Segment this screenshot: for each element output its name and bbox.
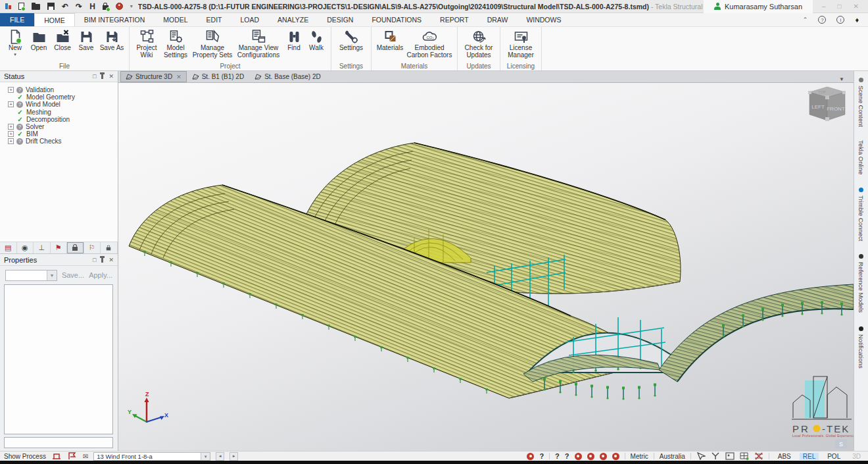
open-button[interactable]: Open	[27, 28, 51, 53]
walk-button[interactable]: Walk	[305, 28, 327, 53]
pin-icon[interactable]	[101, 74, 103, 79]
materials-button[interactable]: Materials	[375, 28, 405, 53]
embodied-carbon-factors-button[interactable]: CO₂ Embodied Carbon Factors	[405, 28, 454, 59]
status-question-icon[interactable]: ?	[539, 452, 544, 460]
new-icon[interactable]	[18, 3, 24, 10]
close-button[interactable]: Close	[51, 28, 74, 53]
expand-icon[interactable]: +	[8, 131, 14, 137]
collapse-ribbon-icon[interactable]: ⌃	[803, 16, 808, 23]
status-question-icon[interactable]: ?	[565, 452, 569, 460]
manage-view-configurations-button[interactable]: Manage View Configurations	[234, 28, 283, 59]
sidebar-tab-reference-models[interactable]: Reference Models	[857, 254, 865, 313]
lock-icon[interactable]	[67, 242, 84, 253]
float-panel-icon[interactable]: □	[93, 73, 96, 80]
check-for-updates-button[interactable]: Check for Updates	[461, 28, 496, 59]
sidebar-tab-trimble-connect[interactable]: Trimble Connect	[857, 188, 865, 241]
status-flag-icon[interactable]: ⚐	[84, 242, 101, 253]
pin-icon[interactable]	[101, 258, 103, 263]
help-icon[interactable]: ?	[818, 16, 826, 24]
tab-load[interactable]: LOAD	[231, 13, 269, 26]
image-icon[interactable]	[725, 452, 735, 460]
sidebar-tab-notifications[interactable]: Notifications	[857, 326, 865, 369]
show-process-label[interactable]: Show Process	[4, 453, 46, 460]
view-cube[interactable]: TOP LEFT FRONT	[808, 87, 846, 121]
tree-item-drift-checks[interactable]: +?Drift Checks	[8, 138, 118, 145]
find-icon[interactable]: H	[89, 3, 95, 11]
find-button[interactable]: Find	[283, 28, 305, 53]
status-error-icon[interactable]	[600, 453, 607, 460]
workspace-icon[interactable]: ▤	[0, 242, 17, 253]
new-button[interactable]: New▾	[3, 28, 27, 57]
lock-small-icon[interactable]	[101, 242, 118, 253]
redo-icon[interactable]: ↷	[76, 3, 82, 11]
close-tab-icon[interactable]: ✕	[176, 74, 181, 80]
properties-combo[interactable]: ▼	[5, 270, 57, 281]
save-as-button[interactable]: Save As	[98, 28, 126, 53]
close-button[interactable]: ✕	[854, 3, 859, 10]
save-button[interactable]: Save	[74, 28, 98, 53]
select-arrow-icon[interactable]	[696, 452, 706, 460]
grid-icon[interactable]	[740, 452, 749, 460]
notifications-icon[interactable]: ♦	[855, 16, 859, 24]
doc-tab-st-base[interactable]: St. Base (Base) 2D	[249, 71, 326, 82]
manage-property-sets-button[interactable]: Manage Property Sets	[191, 28, 234, 59]
status-error-icon[interactable]	[527, 453, 534, 460]
more-icon[interactable]: ▾	[130, 3, 133, 9]
tab-model[interactable]: MODEL	[154, 13, 197, 26]
chevron-down-icon[interactable]: ▼	[201, 453, 210, 460]
tab-draw[interactable]: DRAW	[478, 13, 518, 26]
tab-file[interactable]: FILE	[0, 13, 34, 26]
expand-icon[interactable]: +	[8, 101, 14, 107]
tab-home[interactable]: HOME	[34, 13, 75, 26]
expand-icon[interactable]: +	[8, 138, 14, 144]
units-label[interactable]: Metric	[631, 453, 648, 460]
sidebar-tab-scene-content[interactable]: Scene Content	[857, 78, 865, 127]
validate-icon[interactable]	[103, 5, 108, 10]
tree-item-solver[interactable]: +?Solver	[8, 123, 118, 130]
settings-button[interactable]: Settings	[335, 28, 368, 53]
close-panel-icon[interactable]: ✕	[108, 257, 114, 263]
tab-windows[interactable]: WINDOWS	[517, 13, 570, 26]
project-wiki-button[interactable]: Project Wiki	[133, 28, 160, 59]
status-question-icon[interactable]: ?	[555, 452, 560, 460]
tab-bim-integration[interactable]: BIM INTEGRATION	[75, 13, 155, 26]
tree-item-decomposition[interactable]: ✓Decomposition	[8, 116, 118, 123]
user-account[interactable]: Kumarasamy Sutharsan	[704, 0, 813, 13]
doc-tab-st-b1[interactable]: St. B1 (B1) 2D	[187, 71, 249, 82]
tree-item-model-geometry[interactable]: ✓Model Geometry	[8, 93, 118, 101]
chevron-down-icon[interactable]: ▼	[47, 271, 57, 280]
tree-item-bim[interactable]: +✓BIM	[8, 130, 118, 138]
tree-item-validation[interactable]: +?Validation	[8, 86, 118, 93]
tab-design[interactable]: DESIGN	[318, 13, 362, 26]
mode-rel[interactable]: REL	[800, 453, 819, 460]
previous-loadcase-button[interactable]: ◄	[216, 452, 224, 461]
load-combination-icon[interactable]: ⚑	[51, 242, 68, 253]
apply-properties-button[interactable]: Apply...	[89, 271, 112, 279]
record-icon[interactable]	[116, 3, 123, 10]
load-case-icon[interactable]	[67, 452, 78, 460]
collapse-chevron-icon[interactable]: ▼	[839, 76, 844, 82]
tab-edit[interactable]: EDIT	[197, 13, 231, 26]
loading-status-icon[interactable]	[51, 452, 62, 460]
mode-pol[interactable]: POL	[824, 453, 844, 460]
open-icon[interactable]	[32, 4, 40, 10]
info-icon[interactable]: i	[836, 16, 844, 24]
status-error-icon[interactable]	[575, 453, 582, 460]
tree-item-wind-model[interactable]: +?Wind Model	[8, 101, 118, 108]
float-panel-icon[interactable]: □	[93, 257, 96, 263]
tree-item-meshing[interactable]: ✓Meshing	[8, 109, 118, 116]
node-icon[interactable]	[711, 452, 720, 460]
undo-icon[interactable]: ↶	[62, 3, 68, 11]
minimize-button[interactable]: –	[822, 3, 826, 10]
doc-tab-structure-3d[interactable]: Structure 3D✕	[120, 71, 187, 82]
loading-icon[interactable]: ⊥	[34, 242, 51, 253]
model-settings-button[interactable]: Model Settings	[160, 28, 191, 59]
save-icon[interactable]	[47, 3, 55, 10]
tab-analyze[interactable]: ANALYZE	[268, 13, 318, 26]
status-error-icon[interactable]	[612, 453, 619, 460]
loadcase-combo[interactable]: 13 Wind Front 1-8-a▼	[93, 452, 210, 461]
sidebar-tab-tekla-online[interactable]: Tekla Online	[857, 140, 865, 174]
status-error-icon[interactable]	[587, 453, 594, 460]
properties-grid[interactable]	[4, 284, 113, 434]
expand-icon[interactable]: +	[8, 87, 14, 93]
